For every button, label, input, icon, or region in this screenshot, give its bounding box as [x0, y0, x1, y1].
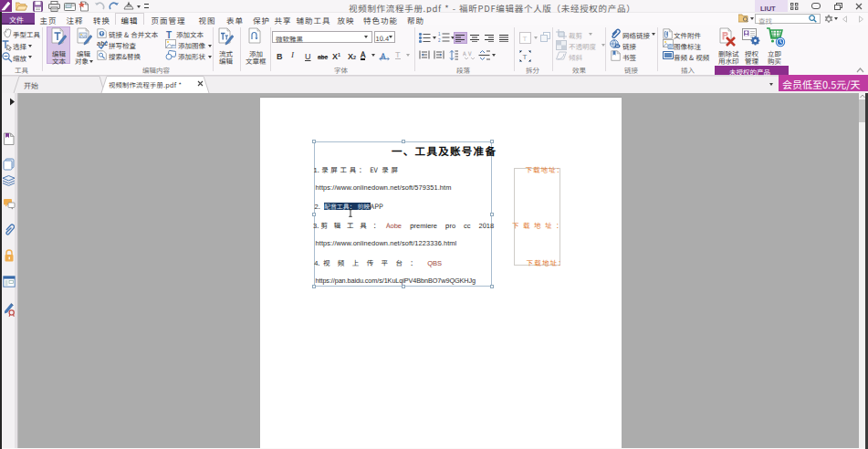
- svg-text:1: 1: [438, 32, 441, 37]
- svg-text:T: T: [523, 50, 528, 60]
- svg-text:V: V: [467, 50, 472, 57]
- svg-text:T: T: [523, 33, 528, 43]
- svg-text:A: A: [463, 50, 466, 57]
- svg-text:2: 2: [438, 38, 441, 43]
